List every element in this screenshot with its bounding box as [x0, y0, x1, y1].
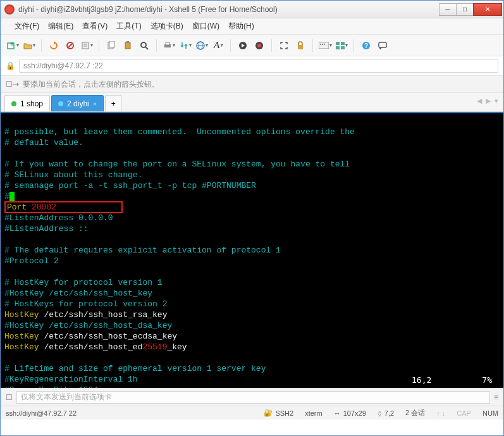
- send-toggle-icon[interactable]: ☐: [6, 393, 13, 402]
- svg-rect-28: [341, 42, 345, 45]
- menu-edit[interactable]: 编辑(E): [44, 19, 77, 34]
- svg-rect-24: [320, 44, 321, 45]
- menu-file[interactable]: 文件(F): [11, 19, 43, 34]
- address-input[interactable]: ssh://diyhi@47.92.7 :22: [19, 59, 498, 73]
- reconnect-button[interactable]: [47, 39, 61, 53]
- layout-button[interactable]: [335, 39, 348, 53]
- svg-rect-29: [336, 46, 340, 49]
- tab-diyhi[interactable]: 2 diyhi ×: [51, 95, 104, 111]
- status-size: ↔ 107x29: [334, 409, 366, 417]
- svg-rect-5: [82, 42, 89, 49]
- bookmark-add-icon[interactable]: ☐⇢: [6, 80, 19, 89]
- send-bar: ☐ 仅将文本发送到当前选项卡 ≡: [1, 388, 503, 406]
- menubar: 文件(F) 编辑(E) 查看(V) 工具(T) 选项卡(B) 窗口(W) 帮助(…: [1, 18, 503, 35]
- status-bar: ssh://diyhi@47.92.7 22 🔐 SSH2 xterm ↔ 10…: [1, 406, 503, 420]
- menu-tab[interactable]: 选项卡(B): [147, 19, 187, 34]
- svg-line-4: [68, 44, 72, 47]
- menu-window[interactable]: 窗口(W): [188, 19, 223, 34]
- new-session-button[interactable]: [6, 39, 20, 53]
- svg-rect-30: [341, 46, 345, 49]
- help-button[interactable]: ?: [359, 39, 373, 53]
- send-input[interactable]: 仅将文本发送到当前选项卡: [16, 391, 490, 404]
- svg-text:?: ?: [364, 42, 368, 49]
- copy-button[interactable]: [104, 39, 118, 53]
- status-sessions: 2 会话: [405, 408, 425, 418]
- maximize-button[interactable]: □: [456, 3, 474, 16]
- status-proto: 🔐 SSH2: [264, 409, 293, 417]
- tab-add[interactable]: +: [105, 95, 121, 111]
- address-bar: 🔒 ssh://diyhi@47.92.7 :22: [1, 56, 503, 75]
- transfer-button[interactable]: [178, 39, 192, 53]
- send-menu-icon[interactable]: ≡: [494, 393, 498, 402]
- svg-rect-9: [109, 41, 114, 47]
- svg-rect-25: [322, 44, 323, 45]
- close-button[interactable]: ✕: [473, 3, 502, 16]
- properties-button[interactable]: [80, 39, 94, 53]
- status-num: NUM: [482, 409, 498, 417]
- menu-view[interactable]: 查看(V): [78, 19, 111, 34]
- svg-point-12: [141, 42, 146, 47]
- tab-shop[interactable]: 1 shop: [4, 95, 50, 111]
- keyboard-button[interactable]: [318, 39, 332, 53]
- disconnect-button[interactable]: [63, 39, 77, 53]
- web-button[interactable]: [195, 39, 209, 53]
- menu-tools[interactable]: 工具(T): [113, 19, 145, 34]
- fullscreen-button[interactable]: [277, 39, 291, 53]
- lock-icon: 🔒: [6, 61, 15, 70]
- svg-rect-15: [166, 42, 169, 45]
- session-tabs: 1 shop 2 diyhi × + ◀ ▶ ▾: [1, 93, 503, 112]
- svg-rect-26: [324, 44, 325, 45]
- svg-rect-11: [126, 41, 129, 43]
- svg-rect-22: [298, 45, 303, 49]
- status-cap: CAP: [457, 409, 471, 417]
- status-dot-icon: [58, 101, 63, 106]
- minimize-button[interactable]: ─: [439, 3, 457, 16]
- window-title: diyhi - diyhi@iZ8vbhtj3lgsb9 jZ:/home/di…: [18, 5, 439, 14]
- status-dot-icon: [11, 101, 16, 106]
- lock-button[interactable]: [293, 39, 307, 53]
- hint-bar: ☐⇢ 要添加当前会话，点击左侧的箭头按钮。: [1, 75, 503, 93]
- print-button[interactable]: [162, 39, 176, 53]
- status-updown: ↑ ↓: [436, 409, 445, 417]
- window-titlebar: diyhi - diyhi@iZ8vbhtj3lgsb9 jZ:/home/di…: [1, 1, 503, 18]
- svg-point-21: [257, 44, 261, 47]
- status-connection: ssh://diyhi@47.92.7 22: [6, 409, 77, 417]
- terminal[interactable]: # possible, but leave them commented. Un…: [1, 112, 503, 388]
- tab-close-icon[interactable]: ×: [93, 100, 97, 108]
- app-icon: [4, 4, 15, 15]
- open-button[interactable]: [22, 39, 36, 53]
- svg-line-13: [145, 47, 148, 49]
- status-cursor: ⎀ 7,2: [378, 409, 394, 417]
- chat-button[interactable]: [376, 39, 390, 53]
- record-button[interactable]: [252, 39, 266, 53]
- find-button[interactable]: [137, 39, 151, 53]
- tab-label: 1 shop: [20, 99, 43, 108]
- menu-help[interactable]: 帮助(H): [224, 19, 258, 34]
- svg-rect-10: [125, 42, 130, 49]
- hint-text: 要添加当前会话，点击左侧的箭头按钮。: [23, 79, 159, 90]
- toolbar: A ?: [1, 35, 503, 56]
- status-termtype: xterm: [305, 409, 323, 417]
- paste-button[interactable]: [121, 39, 135, 53]
- tab-menu-icon[interactable]: ▾: [495, 97, 498, 105]
- font-button[interactable]: A: [211, 39, 225, 53]
- tab-prev-icon[interactable]: ◀: [477, 97, 482, 105]
- script-button[interactable]: [236, 39, 250, 53]
- svg-rect-33: [379, 42, 386, 47]
- svg-rect-23: [319, 42, 329, 49]
- tab-label: 2 diyhi: [67, 99, 89, 108]
- vim-status: 16,27%: [412, 375, 492, 385]
- svg-rect-27: [336, 42, 340, 45]
- tab-next-icon[interactable]: ▶: [486, 97, 491, 105]
